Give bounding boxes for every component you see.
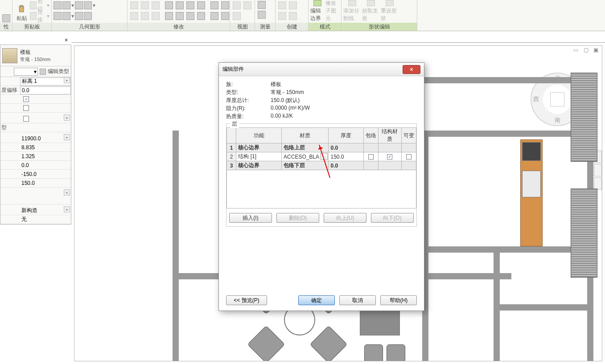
dialog-title: 编辑部件 bbox=[222, 65, 244, 73]
create-2[interactable] bbox=[288, 0, 298, 10]
view-3[interactable] bbox=[232, 11, 242, 21]
geom-btn-4[interactable]: ▾ bbox=[62, 11, 74, 21]
ribbon: 性 粘贴 剪切▾ 连接▾ 剪贴板 ▾▾ ▾ 几何图形 bbox=[0, 0, 605, 31]
struct-checkbox[interactable] bbox=[387, 154, 392, 160]
edit-type-btn[interactable]: 编辑类型 bbox=[40, 68, 69, 75]
col-material: 材质 bbox=[282, 128, 329, 143]
floor-icon bbox=[2, 48, 17, 63]
group-properties: 性 bbox=[0, 23, 12, 31]
offset-input[interactable]: 0.0 bbox=[20, 86, 71, 94]
join-btn[interactable]: 连接▾ bbox=[30, 11, 49, 21]
measure-1[interactable] bbox=[257, 0, 267, 10]
dialog-close-btn[interactable]: × bbox=[403, 65, 420, 74]
add-split-btn: 添加分割线 bbox=[343, 0, 361, 22]
mod-d3[interactable] bbox=[185, 11, 195, 21]
close-icon[interactable]: × bbox=[65, 37, 69, 41]
create-4[interactable] bbox=[288, 11, 298, 21]
mod-e2[interactable] bbox=[220, 0, 230, 10]
pick-support-btn: 拾取支座 bbox=[362, 0, 380, 22]
reset-shape-btn: 重设形状 bbox=[381, 0, 399, 22]
group-view: 视图 bbox=[230, 23, 255, 31]
mod-a1[interactable] bbox=[129, 0, 139, 10]
edit-boundary-btn[interactable]: 编辑边界 bbox=[310, 0, 325, 22]
mod-e1[interactable] bbox=[210, 0, 219, 10]
cancel-button[interactable]: 取消 bbox=[339, 295, 376, 305]
var-checkbox[interactable] bbox=[406, 154, 412, 160]
checkbox-2[interactable] bbox=[23, 105, 29, 111]
geom-btn-8[interactable] bbox=[84, 11, 95, 21]
filter-dropdown[interactable]: ▾ bbox=[14, 68, 38, 76]
group-modify: 修改 bbox=[128, 23, 230, 31]
paste-icon bbox=[17, 5, 26, 14]
col-var: 可变 bbox=[401, 128, 416, 143]
type-selector[interactable]: 楼板 常规 - 150mm bbox=[0, 45, 71, 66]
level-input[interactable]: 标高 1 bbox=[20, 78, 71, 86]
geom-btn-3[interactable]: ▾ bbox=[62, 0, 74, 11]
chair bbox=[387, 344, 405, 361]
edit-assembly-dialog: 编辑部件 × 族:楼板 类型:常规 - 150mm 厚度总计:150.0 (默认… bbox=[218, 62, 424, 311]
col-wrap: 包络 bbox=[363, 128, 378, 143]
geom-btn-5[interactable] bbox=[75, 0, 83, 11]
ok-button[interactable]: 确定 bbox=[298, 295, 335, 305]
properties-panel: × 楼板 常规 - 150mm ▾ 编辑类型 ⌄ 标高 1 度偏移0.0 ✓ ⌄… bbox=[0, 45, 71, 225]
create-3[interactable] bbox=[277, 11, 287, 21]
checkbox-1[interactable]: ✓ bbox=[23, 96, 29, 102]
group-mode: 模式 bbox=[309, 23, 341, 31]
measure-2[interactable] bbox=[257, 10, 267, 20]
down-button: 向下(O) bbox=[371, 213, 414, 223]
table-row[interactable]: 3 核心边界 包络下层 0.0 bbox=[227, 161, 416, 170]
mod-d2[interactable] bbox=[175, 11, 185, 21]
expand-icon[interactable]: ⌄ bbox=[64, 134, 70, 140]
svg-rect-1 bbox=[20, 5, 22, 7]
col-struct: 结构材质 bbox=[378, 128, 401, 143]
type-name: 常规 - 150mm bbox=[20, 56, 50, 63]
mod-f1[interactable] bbox=[210, 11, 219, 21]
properties-btn[interactable] bbox=[2, 0, 10, 22]
view-2[interactable] bbox=[243, 0, 252, 10]
mod-b1[interactable] bbox=[129, 11, 139, 21]
layers-legend: 层 bbox=[230, 120, 239, 128]
view-window-controls[interactable]: ▭ ▢ ▣ bbox=[573, 47, 600, 53]
modify-sub-btn: 修改子图元 bbox=[325, 0, 340, 22]
mod-f2[interactable] bbox=[220, 11, 230, 21]
mod-c3[interactable] bbox=[185, 0, 195, 10]
checkbox-3[interactable] bbox=[23, 116, 29, 122]
help-button[interactable]: 帮助(H) bbox=[380, 295, 417, 305]
mod-a2[interactable] bbox=[140, 0, 150, 10]
expand-icon[interactable]: ⌄ bbox=[64, 115, 70, 121]
geom-btn-6[interactable] bbox=[75, 11, 83, 21]
insert-button[interactable]: 插入(I) bbox=[229, 213, 272, 223]
join-icon bbox=[30, 12, 37, 20]
sink-icon bbox=[522, 171, 541, 197]
delete-button: 删除(D) bbox=[276, 213, 319, 223]
chair bbox=[247, 326, 285, 361]
geom-btn-2[interactable] bbox=[54, 11, 62, 21]
expand-icon[interactable]: ⌄ bbox=[64, 206, 70, 213]
family-name: 楼板 bbox=[20, 49, 50, 56]
wrap-checkbox[interactable] bbox=[368, 154, 374, 160]
mod-c4[interactable] bbox=[196, 0, 206, 10]
mod-b3[interactable] bbox=[151, 11, 161, 21]
mod-d4[interactable] bbox=[196, 11, 206, 21]
expand-icon[interactable]: ⌄ bbox=[64, 189, 70, 196]
layers-table[interactable]: 功能 材质 厚度 包络 结构材质 可变 1 核心边界 包络上层 0.0 2 结构… bbox=[226, 127, 416, 170]
geom-btn-7[interactable]: ▾ bbox=[84, 0, 95, 11]
mod-c1[interactable] bbox=[164, 0, 174, 10]
chair bbox=[310, 326, 348, 361]
scissors-icon bbox=[30, 1, 37, 9]
view-1[interactable] bbox=[232, 0, 242, 10]
mod-a3[interactable] bbox=[151, 0, 161, 10]
edit-type-icon bbox=[40, 69, 46, 75]
mod-b2[interactable] bbox=[140, 11, 150, 21]
create-1[interactable] bbox=[277, 0, 287, 10]
geom-btn-1[interactable] bbox=[54, 0, 62, 11]
preview-button[interactable]: << 预览(P) bbox=[226, 295, 267, 305]
up-button: 向上(U) bbox=[324, 213, 366, 223]
mod-c2[interactable] bbox=[175, 0, 185, 10]
paste-btn[interactable]: 粘贴 bbox=[14, 0, 29, 22]
group-shape: 形状编辑 bbox=[342, 23, 417, 31]
group-measure: 测量 bbox=[255, 23, 275, 31]
mod-d1[interactable] bbox=[164, 11, 174, 21]
group-clipboard: 剪贴板 bbox=[12, 23, 51, 31]
expand-icon[interactable]: ⌄ bbox=[64, 77, 70, 83]
